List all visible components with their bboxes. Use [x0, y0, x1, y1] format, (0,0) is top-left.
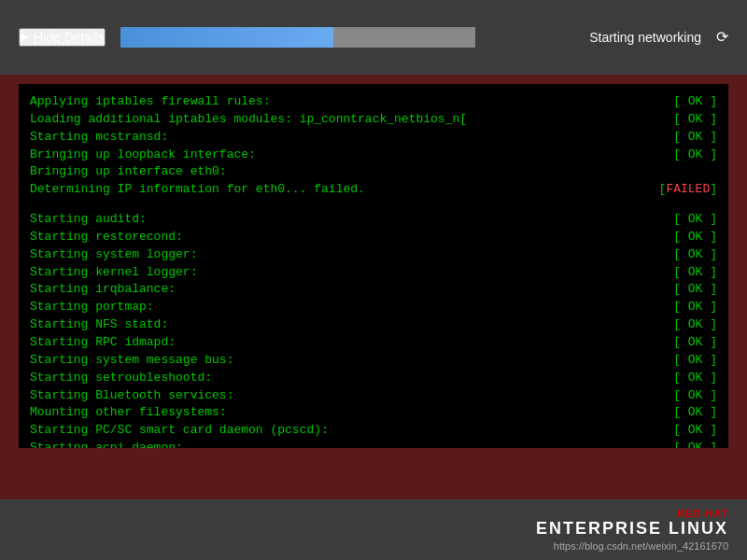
- terminal-line: Starting mcstransd:[ OK ]: [30, 129, 717, 147]
- line-text: Starting setroubleshootd:: [30, 370, 212, 387]
- line-text: Starting irqbalance:: [30, 281, 176, 299]
- line-text: Starting system logger:: [30, 246, 197, 264]
- terminal-line: Starting system logger:[ OK ]: [30, 246, 717, 264]
- terminal-line: Starting auditd:[ OK ]: [30, 211, 717, 229]
- terminal-line: Bringing up loopback interface:[ OK ]: [30, 147, 717, 164]
- status-badge: [ OK ]: [673, 299, 717, 316]
- status-text: Starting networking: [589, 30, 701, 45]
- status-badge: [ OK ]: [673, 370, 717, 387]
- terminal-line: Starting NFS statd:[ OK ]: [30, 316, 717, 334]
- terminal-line: Applying iptables firewall rules:[ OK ]: [30, 93, 717, 111]
- line-text: Starting acpi daemon:: [30, 440, 183, 448]
- terminal-line: Starting RPC idmapd:[ OK ]: [30, 334, 717, 352]
- line-text: Starting system message bus:: [30, 352, 233, 370]
- status-badge: [FAILED]: [659, 181, 717, 199]
- terminal-line: Loading additional iptables modules: ip_…: [30, 111, 717, 129]
- redhat-enterprise-label: ENTERPRISE LINUX: [536, 519, 728, 539]
- status-badge: [ OK ]: [673, 404, 717, 422]
- status-badge: [ OK ]: [673, 246, 717, 264]
- status-badge: [ OK ]: [673, 111, 717, 129]
- redhat-logo: RED HAT ENTERPRISE LINUX https://blog.cs…: [536, 508, 728, 552]
- terminal-line: Starting PC/SC smart card daemon (pcscd)…: [30, 422, 717, 440]
- line-text: Starting portmap:: [30, 299, 154, 316]
- status-badge: [ OK ]: [673, 264, 717, 282]
- status-badge: [ OK ]: [673, 129, 717, 147]
- terminal-line: Starting portmap:[ OK ]: [30, 299, 717, 316]
- terminal-output: Applying iptables firewall rules:[ OK ]L…: [19, 84, 728, 448]
- hide-details-button[interactable]: Hide Details: [19, 28, 106, 47]
- redhat-url: https://blog.csdn.net/weixin_42161670: [554, 540, 728, 552]
- terminal-line: Bringing up interface eth0:: [30, 163, 717, 181]
- line-text: Starting RPC idmapd:: [30, 334, 176, 352]
- line-text: Starting PC/SC smart card daemon (pcscd)…: [30, 422, 329, 440]
- terminal-line: Starting acpi daemon:[ OK ]: [30, 440, 717, 448]
- terminal-line: Mounting other filesystems:[ OK ]: [30, 404, 717, 422]
- status-badge: [ OK ]: [673, 281, 717, 299]
- status-badge: [ OK ]: [673, 352, 717, 370]
- bottom-bar: RED HAT ENTERPRISE LINUX https://blog.cs…: [0, 499, 747, 560]
- line-text: Bringing up interface eth0:: [30, 163, 227, 181]
- arrow-icon: [21, 33, 28, 42]
- line-text: Determining IP information for eth0... f…: [30, 181, 365, 199]
- terminal-line: Starting setroubleshootd:[ OK ]: [30, 370, 717, 387]
- terminal-line: Starting Bluetooth services:[ OK ]: [30, 387, 717, 405]
- line-text: Mounting other filesystems:: [30, 404, 227, 422]
- line-text: Loading additional iptables modules: ip_…: [30, 111, 467, 129]
- status-badge: [ OK ]: [673, 440, 717, 448]
- status-badge: [ OK ]: [673, 93, 717, 111]
- spinner-icon: ⟳: [716, 28, 728, 47]
- progress-bar-fill: [120, 27, 333, 48]
- line-text: Starting Bluetooth services:: [30, 387, 233, 405]
- terminal-line: Starting restorecond:[ OK ]: [30, 229, 717, 246]
- line-text: Starting mcstransd:: [30, 129, 168, 147]
- redhat-top-label: RED HAT: [677, 508, 728, 519]
- terminal-line: Determining IP information for eth0... f…: [30, 181, 717, 199]
- line-text: Bringing up loopback interface:: [30, 147, 256, 164]
- terminal-line: Starting kernel logger:[ OK ]: [30, 264, 717, 282]
- status-badge: [ OK ]: [673, 334, 717, 352]
- status-badge: [ OK ]: [673, 387, 717, 405]
- line-text: Starting restorecond:: [30, 229, 183, 246]
- line-text: Starting NFS statd:: [30, 316, 168, 334]
- status-badge: [ OK ]: [673, 147, 717, 164]
- line-text: Starting auditd:: [30, 211, 147, 229]
- status-badge: [ OK ]: [673, 211, 717, 229]
- terminal-line: Starting irqbalance:[ OK ]: [30, 281, 717, 299]
- terminal-line: Starting system message bus:[ OK ]: [30, 352, 717, 370]
- line-text: Applying iptables firewall rules:: [30, 93, 270, 111]
- top-bar: Hide Details Starting networking ⟳: [0, 0, 747, 75]
- hide-details-label: Hide Details: [34, 30, 104, 45]
- progress-bar-container: [120, 27, 475, 48]
- status-badge: [ OK ]: [673, 422, 717, 440]
- line-text: Starting kernel logger:: [30, 264, 197, 282]
- status-badge: [ OK ]: [673, 229, 717, 246]
- status-badge: [ OK ]: [673, 316, 717, 334]
